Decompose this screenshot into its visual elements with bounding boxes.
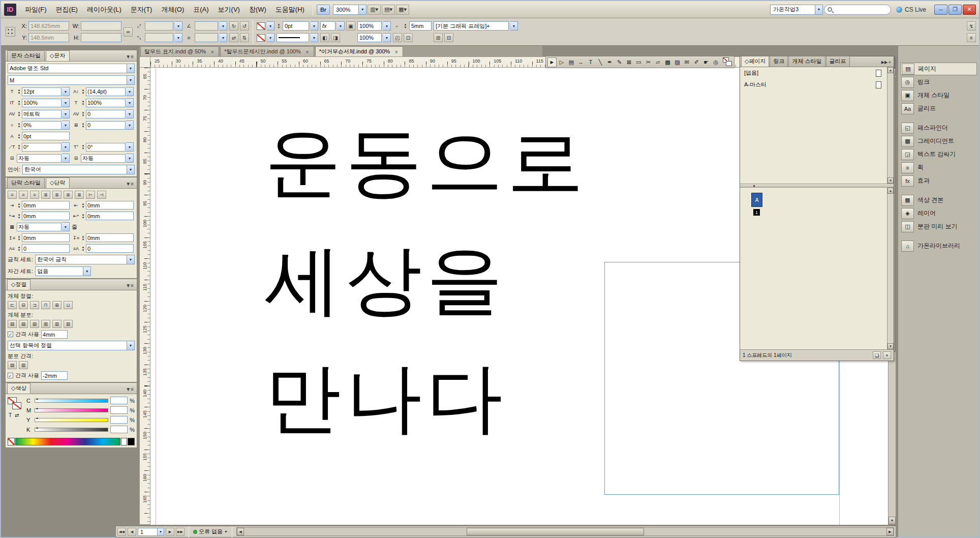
formatting-affects-text-icon[interactable]: T [9, 412, 12, 418]
stroke-style-select[interactable] [277, 33, 309, 42]
close-tab-icon[interactable]: × [393, 49, 399, 55]
chevron-down-icon[interactable]: ▼ [510, 21, 518, 31]
width-field[interactable] [81, 21, 121, 31]
channel-value-field[interactable] [110, 416, 128, 424]
dock-item-links[interactable]: ◎링크 [900, 76, 977, 88]
close-tab-icon[interactable]: × [209, 49, 215, 55]
align-center-icon[interactable]: ≡ [19, 191, 28, 199]
previous-page-icon[interactable]: ◀ [128, 528, 136, 536]
tab-color[interactable]: ◇색상 [7, 383, 30, 394]
flip-horizontal-icon[interactable]: ⇄ [229, 33, 238, 42]
wrap-icon[interactable]: ◨ [331, 33, 340, 42]
vertical-scale-field[interactable]: 100% [22, 99, 62, 107]
scroll-up-icon[interactable]: ▲ [887, 67, 894, 73]
distribute-left-edges-icon[interactable]: ▥ [41, 320, 50, 328]
grid-align-select[interactable]: 자동 [81, 154, 126, 163]
distribute-spacing-field[interactable]: -2mm [41, 371, 68, 380]
stroke-swatch[interactable] [726, 61, 732, 66]
nudge-arrows[interactable]: ▲▼ [277, 23, 281, 29]
x-position-field[interactable]: 148.625mm [28, 21, 69, 31]
channel-slider[interactable]: ▲ [35, 399, 108, 403]
distribute-right-edges-icon[interactable]: ▥ [64, 320, 73, 328]
nudge-arrows[interactable]: ▲▼ [17, 100, 21, 106]
nudge-arrows[interactable]: ▲▼ [81, 122, 85, 128]
chevron-down-icon[interactable]: ▼ [62, 98, 70, 107]
last-line-indent-field[interactable]: 0mm [86, 212, 134, 220]
dock-item-stroke[interactable]: ≡획 [900, 161, 977, 174]
dock-item-pages[interactable]: ▤페이지 [900, 63, 977, 75]
chevron-down-icon[interactable]: ▼ [126, 142, 134, 152]
new-spread-icon[interactable]: ❑ [873, 351, 881, 359]
chevron-down-icon[interactable]: ▼ [220, 33, 227, 42]
kerning-field[interactable]: 메트릭 [22, 110, 62, 118]
channel-value-field[interactable] [110, 406, 128, 414]
dock-item-gradient[interactable]: ▩그레이디언트 [900, 135, 977, 147]
pages-panel-tab[interactable]: 글리프 [826, 56, 850, 67]
flip-vertical-icon[interactable]: ⇅ [240, 33, 249, 42]
horizontal-scale-field[interactable]: 100% [86, 99, 126, 107]
ruler-origin[interactable] [139, 56, 150, 68]
menu-object[interactable]: 개체(O) [157, 3, 189, 16]
cmyk-spectrum-ramp[interactable] [15, 438, 120, 445]
language-select[interactable]: 한국어▼ [22, 165, 135, 174]
stroke-swatch[interactable] [257, 34, 265, 42]
transparency-icon[interactable]: ◧ [320, 33, 329, 42]
nudge-arrows[interactable]: ▲▼ [17, 133, 21, 139]
distribute-h-space-icon[interactable]: ▥ [19, 361, 28, 369]
y-position-field[interactable]: 148.5mm [28, 33, 69, 42]
nudge-arrows[interactable]: ▲▼ [17, 246, 21, 252]
close-button[interactable]: ✕ [963, 5, 976, 15]
page-number-badge[interactable]: 1 [753, 209, 760, 216]
page-number-field[interactable]: 1▼ [138, 528, 164, 536]
master-page-row[interactable]: [없음] [740, 67, 894, 79]
justify-left-icon[interactable]: ≣ [41, 191, 50, 199]
frame-tool-icon[interactable]: ⊠ [625, 57, 634, 67]
kinsoku-select[interactable]: 한국어 금칙▼ [35, 255, 135, 264]
distribute-bottom-edges-icon[interactable]: ▤ [30, 320, 39, 328]
dropcap-chars-field[interactable]: 0 [86, 244, 134, 253]
distribute-h-centers-icon[interactable]: ▥ [52, 320, 62, 328]
align-h-centers-icon[interactable]: ⊟ [19, 301, 28, 309]
drop-shadow-icon[interactable]: ▣ [346, 21, 355, 31]
delete-page-icon[interactable]: × [883, 351, 891, 359]
justify-center-icon[interactable]: ≣ [52, 191, 62, 199]
align-away-spine-icon[interactable]: ⊣ [97, 191, 106, 199]
fill-stroke-proxy[interactable]: T ⇄ [8, 396, 24, 429]
stroke-opacity-field[interactable]: 100% [357, 33, 382, 42]
zoom-level-select[interactable]: 300%▼ [333, 5, 366, 15]
align-right-icon[interactable]: ≡ [30, 191, 39, 199]
align-left-edges-icon[interactable]: ⊏ [8, 301, 17, 309]
nudge-arrows[interactable]: ▲▼ [81, 213, 85, 219]
pages-panel-tab[interactable]: ◇페이지 [741, 56, 769, 67]
rotate-cw-icon[interactable]: ↻ [229, 21, 238, 31]
indent-left-field[interactable]: 0mm [22, 201, 70, 210]
search-input[interactable] [824, 5, 891, 15]
none-swatch[interactable] [8, 438, 15, 445]
panel-scrollbar[interactable]: ▲ ▼ [887, 67, 894, 184]
nudge-arrows[interactable]: ▲▼ [403, 23, 408, 29]
color-ramp[interactable] [8, 438, 135, 445]
chevron-down-icon[interactable]: ▼ [62, 109, 70, 118]
hand-tool-icon[interactable]: ☛ [701, 57, 711, 67]
distribute-v-space-icon[interactable]: ▤ [8, 361, 17, 369]
scroll-down-icon[interactable]: ▼ [889, 517, 896, 524]
document-tab[interactable]: *탈무드문제시안.indd @ 100%× [220, 46, 314, 56]
nudge-arrows[interactable]: ▲▼ [81, 144, 85, 150]
use-spacing-checkbox[interactable]: ✓ [8, 332, 13, 337]
frame-fitting-icon[interactable]: ⊟ [444, 33, 453, 42]
chevron-down-icon[interactable]: ▼ [126, 98, 134, 107]
slider-marker-icon[interactable]: ▲ [36, 416, 39, 420]
skew-field[interactable]: 0° [22, 143, 62, 152]
menu-table[interactable]: 표(A) [189, 3, 213, 16]
nudge-arrows[interactable]: ▲▼ [17, 213, 21, 219]
proportional-metrics-field[interactable]: 0% [22, 121, 62, 130]
align-to-select[interactable]: 선택 항목에 정렬▼ [8, 341, 135, 350]
distribute-v-centers-icon[interactable]: ▤ [19, 320, 28, 328]
dock-item-object-styles[interactable]: ▣개체 스타일 [900, 89, 977, 102]
slider-marker-icon[interactable]: ▲ [36, 407, 39, 410]
gap-tool-icon[interactable]: ↔ [576, 57, 586, 67]
dock-item-effects[interactable]: fx효과 [900, 174, 977, 187]
fitting-icon[interactable]: ⊡ [404, 33, 413, 42]
channel-slider[interactable]: ▲ [35, 428, 108, 432]
gradient-feather-tool-icon[interactable]: ▨ [672, 57, 682, 67]
